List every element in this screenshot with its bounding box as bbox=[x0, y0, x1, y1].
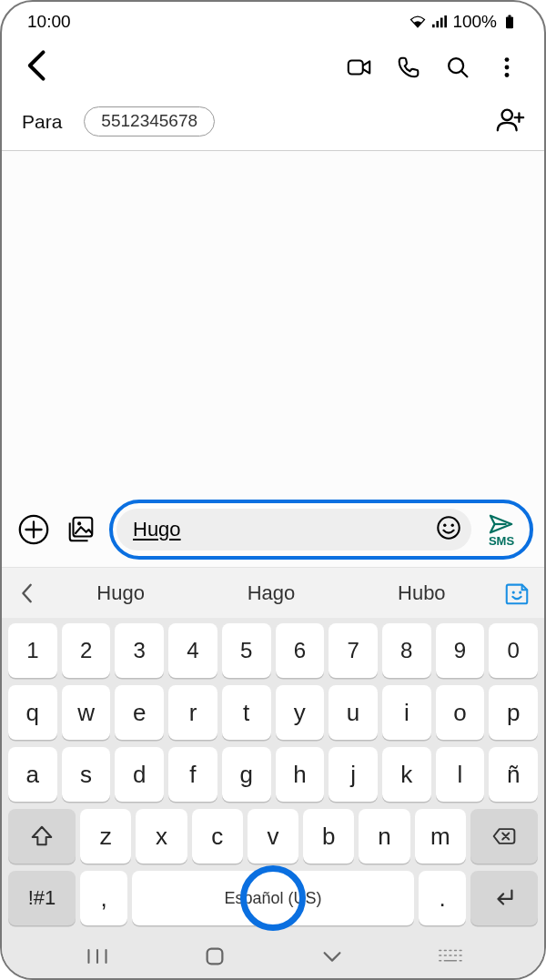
key-c[interactable]: c bbox=[192, 809, 243, 864]
send-button[interactable]: SMS bbox=[480, 512, 522, 548]
key-k[interactable]: k bbox=[382, 747, 431, 802]
key-space[interactable]: Español (US) bbox=[132, 871, 414, 925]
sticker-icon bbox=[503, 580, 531, 607]
key-x[interactable]: x bbox=[136, 809, 187, 864]
svg-rect-2 bbox=[349, 61, 363, 75]
suggestion-1[interactable]: Hugo bbox=[46, 581, 196, 605]
svg-rect-0 bbox=[506, 16, 513, 28]
recent-icon bbox=[86, 945, 109, 968]
key-f[interactable]: f bbox=[168, 747, 217, 802]
suggestion-3[interactable]: Hubo bbox=[347, 581, 497, 605]
key-l[interactable]: l bbox=[436, 747, 485, 802]
search-icon bbox=[444, 54, 471, 81]
svg-rect-1 bbox=[508, 15, 511, 16]
key-e[interactable]: e bbox=[115, 685, 164, 740]
key-d[interactable]: d bbox=[115, 747, 164, 802]
sticker-button[interactable] bbox=[497, 580, 537, 607]
enter-icon bbox=[490, 885, 518, 911]
key-o[interactable]: o bbox=[436, 685, 485, 740]
key-7[interactable]: 7 bbox=[329, 623, 378, 678]
key-z[interactable]: z bbox=[80, 809, 131, 864]
key-q[interactable]: q bbox=[8, 685, 57, 740]
video-icon bbox=[346, 54, 373, 81]
suggestion-back-button[interactable] bbox=[9, 582, 46, 604]
key-r[interactable]: r bbox=[168, 685, 217, 740]
key-shift[interactable] bbox=[8, 809, 76, 864]
more-vert-icon bbox=[493, 54, 521, 81]
key-b[interactable]: b bbox=[303, 809, 354, 864]
person-add-icon bbox=[495, 105, 526, 136]
key-p[interactable]: p bbox=[489, 685, 538, 740]
svg-point-7 bbox=[502, 109, 512, 119]
key-enter[interactable] bbox=[470, 871, 538, 925]
key-3[interactable]: 3 bbox=[115, 623, 164, 678]
more-button[interactable] bbox=[482, 45, 531, 89]
key-0[interactable]: 0 bbox=[489, 623, 538, 678]
key-comma[interactable]: , bbox=[80, 871, 127, 925]
key-symbols[interactable]: !#1 bbox=[8, 871, 76, 925]
key-m[interactable]: m bbox=[415, 809, 466, 864]
status-bar: 10:00 100% bbox=[2, 2, 544, 42]
svg-point-11 bbox=[438, 517, 459, 538]
key-t[interactable]: t bbox=[222, 685, 271, 740]
key-g[interactable]: g bbox=[222, 747, 271, 802]
voice-call-button[interactable] bbox=[384, 45, 433, 89]
svg-point-14 bbox=[512, 591, 515, 593]
message-input[interactable]: Hugo bbox=[116, 509, 471, 551]
add-recipient-button[interactable] bbox=[495, 105, 526, 139]
search-button[interactable] bbox=[433, 45, 482, 89]
key-enye[interactable]: ñ bbox=[489, 747, 538, 802]
android-navbar bbox=[2, 935, 544, 978]
key-5[interactable]: 5 bbox=[222, 623, 271, 678]
signal-icon bbox=[430, 15, 449, 29]
backspace-icon bbox=[491, 823, 517, 849]
recipient-row: Para 5512345678 bbox=[2, 93, 544, 151]
key-4[interactable]: 4 bbox=[168, 623, 217, 678]
message-input-highlight: Hugo SMS bbox=[109, 500, 533, 560]
shift-icon bbox=[29, 823, 55, 849]
key-backspace[interactable] bbox=[470, 809, 538, 864]
suggestion-2[interactable]: Hago bbox=[196, 581, 346, 605]
key-1[interactable]: 1 bbox=[8, 623, 57, 678]
key-w[interactable]: w bbox=[62, 685, 111, 740]
key-h[interactable]: h bbox=[276, 747, 325, 802]
key-v[interactable]: v bbox=[248, 809, 298, 864]
nav-home-button[interactable] bbox=[187, 945, 242, 968]
battery-pct: 100% bbox=[452, 12, 497, 32]
video-call-button[interactable] bbox=[335, 45, 384, 89]
recipient-label: Para bbox=[22, 111, 62, 133]
key-y[interactable]: y bbox=[276, 685, 325, 740]
key-i[interactable]: i bbox=[382, 685, 431, 740]
chevron-down-icon bbox=[320, 945, 344, 968]
key-u[interactable]: u bbox=[329, 685, 378, 740]
emoji-button[interactable] bbox=[435, 514, 462, 545]
send-label: SMS bbox=[489, 534, 514, 548]
kb-row-3: a s d f g h j k l ñ bbox=[5, 747, 541, 802]
key-s[interactable]: s bbox=[62, 747, 111, 802]
key-6[interactable]: 6 bbox=[276, 623, 325, 678]
app-header bbox=[2, 42, 544, 93]
key-n[interactable]: n bbox=[359, 809, 410, 864]
home-icon bbox=[203, 945, 227, 968]
gallery-button[interactable] bbox=[62, 510, 100, 549]
recipient-chip[interactable]: 5512345678 bbox=[84, 106, 215, 136]
key-8[interactable]: 8 bbox=[382, 623, 431, 678]
key-9[interactable]: 9 bbox=[436, 623, 485, 678]
key-a[interactable]: a bbox=[8, 747, 57, 802]
nav-back-button[interactable] bbox=[305, 945, 359, 968]
conversation-area[interactable] bbox=[2, 151, 544, 492]
svg-point-10 bbox=[77, 521, 81, 525]
chevron-left-icon bbox=[18, 45, 58, 86]
back-button[interactable] bbox=[18, 45, 58, 89]
svg-point-3 bbox=[449, 58, 463, 73]
message-text: Hugo bbox=[133, 518, 181, 541]
attach-button[interactable] bbox=[15, 510, 53, 549]
key-j[interactable]: j bbox=[329, 747, 378, 802]
key-2[interactable]: 2 bbox=[62, 623, 111, 678]
nav-keyboard-toggle[interactable] bbox=[422, 946, 477, 966]
svg-point-13 bbox=[451, 524, 454, 527]
nav-recent-button[interactable] bbox=[70, 945, 125, 968]
status-right: 100% bbox=[409, 12, 519, 32]
keyboard-toggle-icon bbox=[437, 946, 462, 966]
key-period[interactable]: . bbox=[419, 871, 466, 925]
